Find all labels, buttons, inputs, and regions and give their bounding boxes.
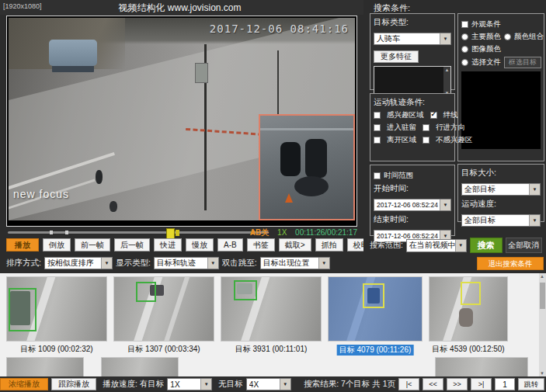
appearance-checkbox[interactable]: [461, 21, 468, 28]
timeline-slider-handle-secondary[interactable]: [176, 230, 179, 236]
cancel-all-button[interactable]: 全部取消: [506, 238, 542, 253]
play-button[interactable]: 播放: [6, 238, 39, 252]
result-thumb-row2-partial[interactable]: [435, 357, 528, 376]
chevron-down-icon[interactable]: [101, 258, 112, 269]
thumb-image-2[interactable]: [113, 276, 214, 342]
sort-mode-label: 排序方式:: [6, 258, 41, 269]
result-thumb-4-selected[interactable]: 目标 4079 (00:11:26): [328, 276, 423, 356]
result-thumb-3[interactable]: 目标 3931 (00:11:01): [221, 276, 322, 355]
chevron-down-icon[interactable]: [455, 240, 466, 252]
time-range-checkbox-row[interactable]: 时间范围: [374, 171, 451, 181]
color-combo-radio[interactable]: [504, 33, 511, 40]
tripwire-checkbox[interactable]: [430, 112, 437, 119]
page-number-input[interactable]: [495, 378, 515, 390]
clip-capture-button[interactable]: 截取>: [279, 238, 311, 252]
direction-checkbox[interactable]: [423, 124, 429, 131]
thumb-image-3[interactable]: [221, 276, 322, 342]
snapshot-button[interactable]: 抓拍: [315, 238, 343, 252]
display-type-dropdown[interactable]: 目标和轨迹: [154, 257, 219, 269]
result-thumb-2[interactable]: 目标 1307 (00:03:34): [113, 276, 214, 355]
time-range-checkbox[interactable]: [374, 172, 381, 179]
double-click-jump-label: 双击跳至:: [222, 258, 257, 269]
motion-speed-dropdown[interactable]: 全部目标: [461, 214, 541, 227]
reverse-play-button[interactable]: 倒放: [43, 238, 71, 252]
prev-frame-button[interactable]: 前一帧: [75, 238, 110, 252]
chevron-down-icon[interactable]: [280, 379, 290, 390]
pick-target-button[interactable]: 框选目标: [504, 57, 541, 68]
display-type-label: 显示类型:: [116, 258, 151, 269]
video-player: 2017-12-06 08:41:16 new focus: [6, 16, 357, 227]
ab-loop-button[interactable]: A-B: [217, 238, 243, 252]
scrollbar-thumb[interactable]: [540, 283, 545, 309]
target-type-dropdown[interactable]: 人骑车: [374, 33, 451, 45]
chevron-down-icon[interactable]: [207, 258, 218, 269]
target-preview-box: [461, 71, 541, 149]
chevron-down-icon[interactable]: [529, 215, 540, 226]
next-page-button[interactable]: >>: [447, 378, 468, 390]
chevron-down-icon[interactable]: [440, 199, 450, 210]
chevron-down-icon[interactable]: [440, 33, 450, 44]
result-thumb-1[interactable]: 目标 1009 (00:02:32): [6, 276, 107, 355]
scene-sign: [195, 63, 208, 83]
next-frame-button[interactable]: 后一帧: [114, 238, 150, 252]
search-scope-dropdown[interactable]: 在当前视频中搜索: [406, 239, 467, 252]
detection-box: [9, 288, 37, 331]
slow-play-button[interactable]: 慢放: [186, 238, 214, 252]
thumb-caption: 目标 1009 (00:02:32): [6, 344, 107, 355]
target-size-label: 目标大小:: [461, 168, 541, 179]
no-target-speed-dropdown[interactable]: 4X: [246, 378, 291, 390]
fast-forward-button[interactable]: 快进: [154, 238, 182, 252]
more-features-button[interactable]: 更多特征: [374, 50, 419, 63]
thumb-caption: 目标 1307 (00:03:34): [113, 344, 214, 355]
chevron-down-icon[interactable]: [529, 184, 540, 195]
image-color-radio[interactable]: [461, 46, 468, 53]
search-button[interactable]: 搜索: [470, 238, 503, 253]
timeline-slider-handle[interactable]: [166, 228, 175, 239]
arrow-down-icon[interactable]: ▼: [540, 371, 544, 376]
last-page-button[interactable]: >|: [471, 378, 492, 390]
start-time-dropdown[interactable]: 2017-12-06 08:52:24: [374, 199, 451, 211]
target-size-dropdown[interactable]: 全部目标: [461, 183, 541, 196]
arrow-up-icon[interactable]: ▲: [540, 274, 544, 279]
leave-region-checkbox[interactable]: [374, 137, 381, 144]
results-scrollbar[interactable]: ▲ ▼: [539, 273, 546, 376]
detection-box: [136, 282, 156, 302]
timeline-track[interactable]: [8, 231, 269, 234]
jump-to-page-button[interactable]: 跳转: [518, 378, 544, 390]
thumb-image-4[interactable]: [328, 276, 423, 342]
result-thumb-row2-partial[interactable]: [6, 357, 84, 376]
chevron-down-icon[interactable]: [200, 379, 211, 390]
trajectory-row-1: 感兴趣区域 绊线: [374, 110, 451, 120]
with-target-speed-dropdown[interactable]: 1X: [167, 378, 212, 390]
inset-rider-2: [305, 139, 327, 178]
choose-file-row: 选择文件 框选目标: [461, 57, 541, 68]
exit-search-conditions-button[interactable]: 退出搜索条件: [477, 257, 544, 270]
chevron-down-icon[interactable]: [318, 258, 329, 269]
inset-rider-1: [280, 142, 301, 176]
result-thumb-row2-partial[interactable]: [101, 357, 179, 376]
roi-checkbox[interactable]: [374, 112, 381, 119]
ab-loop-status[interactable]: AB关: [250, 228, 269, 237]
bookmark-button[interactable]: 书签: [247, 238, 275, 252]
tracking-play-button[interactable]: 跟踪播放: [51, 378, 96, 390]
sort-mode-dropdown[interactable]: 按相似度排序: [44, 257, 113, 269]
timeline-marker: [50, 231, 53, 234]
condensed-play-button[interactable]: 浓缩播放: [0, 378, 48, 390]
end-time-label: 结束时间:: [374, 214, 451, 225]
double-click-jump-dropdown[interactable]: 目标出现位置: [260, 257, 330, 269]
appearance-checkbox-row[interactable]: 外观条件: [461, 19, 541, 29]
non-roi-checkbox[interactable]: [423, 137, 429, 144]
first-page-button[interactable]: |<: [398, 378, 419, 390]
thumb-image-5[interactable]: [429, 276, 508, 342]
thumb-image-1[interactable]: [6, 276, 107, 342]
timeline-status: AB关 1X 00:11:26/00:21:17: [250, 227, 357, 238]
main-color-radio[interactable]: [461, 33, 468, 40]
prev-page-button[interactable]: <<: [423, 378, 443, 390]
listbox-scrollbar[interactable]: ▲▼: [443, 67, 450, 96]
video-structuring-app: [1920x1080] 视频结构化 www.jovision.com 2017-…: [0, 0, 546, 392]
result-thumb-5[interactable]: 目标 4539 (00:12:50): [429, 276, 508, 355]
arrow-up-icon[interactable]: ▲: [445, 67, 450, 73]
enter-dwell-checkbox[interactable]: [374, 124, 381, 131]
feature-listbox[interactable]: ▲▼: [374, 66, 451, 97]
choose-file-radio[interactable]: [461, 59, 468, 66]
